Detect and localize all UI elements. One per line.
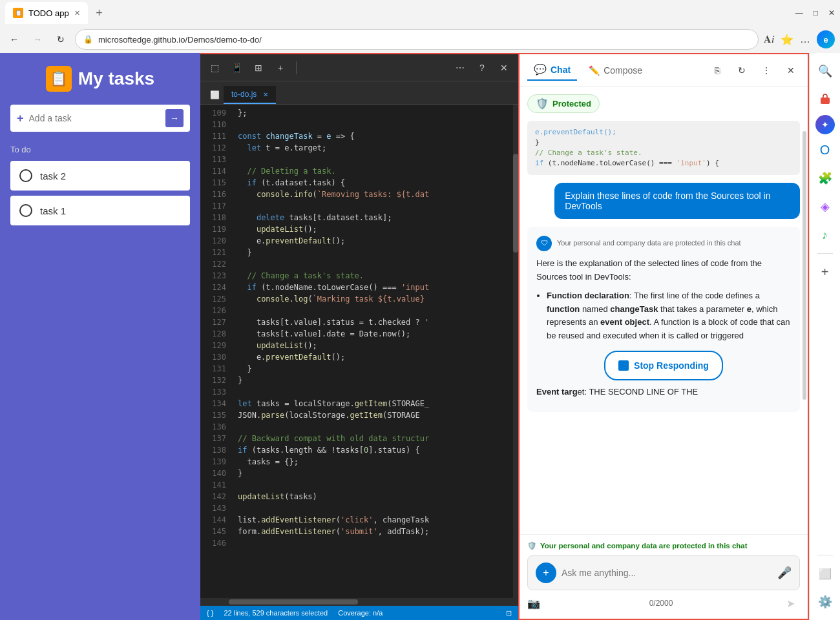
new-chat-btn[interactable]: +: [536, 563, 556, 583]
bot-header-text: Your personal and company data are prote…: [557, 238, 741, 249]
sidebar-bag-icon[interactable]: [814, 88, 837, 111]
todo-title: My tasks: [78, 68, 154, 89]
sidebar-add-icon[interactable]: +: [814, 260, 837, 284]
browser-tab[interactable]: 📋 TODO app ✕: [5, 2, 88, 24]
favorites-icon[interactable]: ⭐: [781, 34, 793, 46]
dt-add-icon[interactable]: +: [271, 59, 289, 77]
lock-icon: 🔒: [83, 35, 93, 44]
add-task-input[interactable]: [29, 113, 160, 123]
task-item[interactable]: task 1: [10, 196, 190, 225]
line-144: 144: [200, 514, 226, 526]
code-line-122: [238, 258, 513, 270]
line-110: 110: [200, 119, 226, 130]
scrollbar-thumb[interactable]: [513, 154, 518, 253]
dt-device-icon[interactable]: 📱: [227, 59, 246, 77]
dt-help-icon[interactable]: ?: [473, 59, 491, 77]
code-line-139: tasks = {};: [238, 456, 513, 468]
edge-profile-icon[interactable]: e: [817, 30, 835, 48]
sidebar-extensions-icon[interactable]: 🧩: [814, 167, 837, 190]
sidebar-split-icon[interactable]: ⬜: [814, 562, 837, 585]
code-area[interactable]: 109 110 111 112 113 114 115 116 117 118 …: [200, 105, 518, 598]
chat-scrollbar[interactable]: [803, 131, 806, 400]
code-line-144: list.addEventListener('click', changeTas…: [238, 514, 513, 526]
new-tab-button[interactable]: +: [90, 4, 109, 22]
dt-more-icon[interactable]: ⋯: [451, 59, 469, 77]
devtools-panel: ⬚ 📱 ⊞ + ⋯ ? ✕ ⬜ to-do.js ✕ 109 110 111 1…: [200, 53, 518, 620]
line-138: 138: [200, 444, 226, 456]
user-message-text: Explain these lines of code from the Sou…: [565, 191, 770, 211]
code-vertical-scrollbar[interactable]: [513, 105, 518, 598]
chat-refresh-btn[interactable]: ↻: [733, 61, 751, 79]
line-146: 146: [200, 537, 226, 549]
dt-tab-todo-js[interactable]: to-do.js ✕: [224, 86, 276, 104]
code-line-143: [238, 502, 513, 514]
add-task-submit-btn[interactable]: →: [165, 109, 184, 127]
code-line-137: // Backward compat with old data structu…: [238, 433, 513, 444]
code-line-131: }: [238, 363, 513, 375]
close-button[interactable]: ✕: [828, 8, 835, 17]
back-button[interactable]: ←: [5, 30, 23, 48]
devtools-statusbar: { } 22 lines, 529 characters selected Co…: [200, 606, 518, 620]
read-aloud-icon[interactable]: 𝐀𝑖: [764, 34, 774, 45]
chat-tab[interactable]: 💬 Chat: [527, 59, 577, 81]
bot-intro-text: Here is the explanation of the selected …: [536, 256, 791, 284]
code-line-141: [238, 479, 513, 491]
sidebar-outlook-icon[interactable]: Ο: [814, 138, 837, 161]
restore-button[interactable]: □: [814, 8, 818, 17]
chat-more-btn[interactable]: ⋮: [757, 61, 775, 79]
line-143: 143: [200, 502, 226, 514]
code-line-126: [238, 305, 513, 316]
tab-close-btn[interactable]: ✕: [74, 9, 80, 17]
minimize-button[interactable]: —: [795, 8, 803, 17]
sidebar-settings-icon[interactable]: ⚙️: [814, 590, 837, 614]
sidebar-search-icon[interactable]: 🔍: [814, 59, 837, 83]
dt-sidebar-icon[interactable]: ⊞: [249, 59, 268, 77]
line-133: 133: [200, 386, 226, 398]
h-scroll-thumb[interactable]: [229, 599, 358, 604]
code-line-118: delete tasks[t.dataset.task];: [238, 212, 513, 223]
stop-responding-button[interactable]: Stop Responding: [604, 351, 723, 380]
sidebar-divider-1: [817, 253, 833, 254]
mic-icon[interactable]: 🎤: [777, 566, 792, 580]
dt-tab-close[interactable]: ✕: [263, 91, 268, 98]
add-task-plus-icon: +: [17, 112, 24, 125]
line-118: 118: [200, 212, 226, 223]
code-horizontal-scrollbar[interactable]: [200, 598, 518, 606]
chat-tab-label: Chat: [551, 65, 571, 75]
todo-panel: 📋 My tasks + → To do task 2 task 1: [0, 53, 200, 620]
stop-icon: [618, 360, 629, 371]
snippet-line-1: e.preventDefault();: [535, 127, 792, 138]
sidebar-music-icon[interactable]: ♪: [814, 223, 837, 247]
camera-icon[interactable]: 📷: [527, 597, 540, 610]
address-bar[interactable]: 🔒 microsoftedge.github.io/Demos/demo-to-…: [75, 29, 759, 50]
chat-close-btn[interactable]: ✕: [782, 61, 800, 79]
line-112: 112: [200, 142, 226, 154]
chat-body: 🛡️ Protected e.preventDefault(); } // Ch…: [520, 87, 808, 534]
chat-open-btn[interactable]: ⎘: [708, 61, 726, 79]
b-event-object: event object: [600, 317, 649, 327]
refresh-button[interactable]: ↻: [52, 30, 70, 48]
send-button[interactable]: ➤: [782, 594, 800, 612]
code-line-120: e.preventDefault();: [238, 235, 513, 247]
bullet-item-1: Function declaration: The first line of …: [547, 289, 791, 343]
dt-close-icon[interactable]: ✕: [495, 59, 513, 77]
dt-tab-label: to-do.js: [231, 90, 257, 99]
more-icon[interactable]: …: [800, 34, 810, 45]
add-task-bar[interactable]: + →: [10, 105, 190, 132]
line-115: 115: [200, 177, 226, 189]
task-1-checkbox[interactable]: [19, 204, 32, 217]
sidebar-games-icon[interactable]: ◈: [814, 195, 837, 218]
compose-tab[interactable]: ✏️ Compose: [582, 61, 649, 79]
chat-input[interactable]: [562, 568, 772, 578]
sidebar-copilot-icon[interactable]: ✦: [815, 115, 835, 134]
code-line-133: [238, 386, 513, 398]
dt-file-icon[interactable]: ⬜: [205, 86, 224, 104]
task-2-checkbox[interactable]: [19, 169, 32, 182]
code-line-116: console.info(`Removing tasks: ${t.dat: [238, 189, 513, 200]
dt-inspect-icon[interactable]: ⬚: [205, 59, 224, 77]
code-line-145: form.addEventListener('submit', addTask)…: [238, 526, 513, 537]
line-125: 125: [200, 293, 226, 305]
sidebar-divider-2: [817, 555, 833, 555]
code-line-109: };: [238, 107, 513, 119]
task-item[interactable]: task 2: [10, 161, 190, 191]
